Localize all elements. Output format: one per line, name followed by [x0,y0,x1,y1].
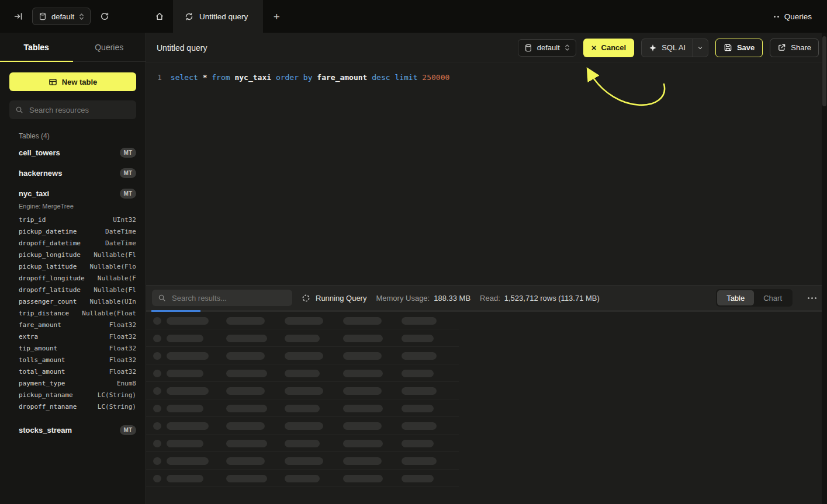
sql-console-app: default Untitled query + Queries Tables [0,0,827,504]
skeleton-bar [167,352,209,360]
skeleton-bar [285,405,320,412]
database-selector[interactable]: default [32,8,91,25]
engine-label: Engine: MergeTree [19,203,136,210]
view-toggle-table[interactable]: Table [717,290,754,305]
skeleton-bar [153,335,161,342]
column-name: trip_id [19,214,46,226]
skeleton-bar [153,352,161,360]
column-type: Float32 [109,354,136,366]
skeleton-bar [226,335,267,342]
column-type: LC(String) [98,401,136,413]
new-table-button[interactable]: New table [9,72,136,91]
save-button[interactable]: Save [715,39,763,57]
skeleton-bar [167,370,203,377]
sql-editor[interactable]: 1 select * from nyc_taxi order by fare_a… [146,63,827,285]
home-tab-button[interactable] [146,0,173,33]
tables-section-label: Tables (4) [19,132,136,140]
column-row: trip_idUInt32 [19,214,136,226]
scrollbar[interactable] [822,33,827,504]
search-resources-input[interactable] [28,105,130,115]
cancel-query-button[interactable]: × Cancel [583,39,634,57]
queries-label: Queries [784,12,812,21]
skeleton-row [146,470,459,487]
sidebar-table-cell_towers[interactable]: cell_towersMT [0,142,146,163]
column-row: tip_amountFloat32 [19,343,136,354]
skeleton-bar [167,387,209,395]
column-name: tolls_amount [19,354,65,366]
skeleton-bar [226,387,265,395]
column-type: DateTime [105,238,136,249]
query-database-selector[interactable]: default [518,39,576,57]
column-type: Float32 [109,319,136,331]
view-toggle-chart[interactable]: Chart [754,290,791,305]
column-row: pickup_datetimeDateTime [19,226,136,238]
query-status: Running Query [302,294,366,303]
skeleton-bar [402,387,437,395]
sidebar-tab-queries[interactable]: Queries [73,33,146,61]
skeleton-bar [285,422,323,430]
sidebar-tab-tables[interactable]: Tables [0,33,73,61]
column-name: total_amount [19,366,65,378]
results-overflow-menu-button[interactable] [805,294,819,303]
chevron-updown-icon [79,13,84,20]
skeleton-table [146,312,827,504]
skeleton-bar [167,405,203,412]
engine-badge: MT [120,189,136,199]
sparkle-icon [649,44,657,52]
column-name: pickup_ntaname [19,390,73,401]
search-results-input[interactable] [171,293,286,303]
skeleton-bar [226,440,267,447]
query-database-value: default [537,43,560,52]
skeleton-row [146,312,459,329]
column-name: payment_type [19,378,65,390]
column-name: fare_amount [19,319,61,331]
sidebar-table-stocks_stream[interactable]: stocks_streamMT [0,420,146,440]
query-token: desc [372,73,390,82]
column-name: pickup_longitude [19,249,81,261]
scrollbar-thumb[interactable] [822,36,826,106]
column-row: passenger_countNullable(UIn [19,296,136,308]
skeleton-bar [153,387,161,395]
sidebar-tabs: Tables Queries [0,33,146,62]
cancel-label: Cancel [601,43,627,52]
engine-badge: MT [120,148,136,158]
column-name: passenger_count [19,296,77,308]
table-name: hackernews [19,169,62,178]
skeleton-bar [167,475,203,482]
query-header: Untitled query default × Cancel SQL AI [146,33,827,63]
column-type: Float32 [109,343,136,354]
column-name: pickup_datetime [19,226,77,238]
skeleton-bar [285,440,320,447]
sql-ai-button[interactable]: SQL AI [642,39,693,57]
queries-menu-button[interactable]: Queries [774,0,827,33]
column-row: pickup_latitudeNullable(Flo [19,261,136,273]
query-token [198,73,203,82]
skeleton-bar [167,422,209,430]
collapse-sidebar-icon [13,12,23,21]
column-row: dropoff_longitudeNullable(F [19,273,136,284]
share-label: Share [791,43,811,52]
refresh-button[interactable] [98,10,111,23]
new-tab-button[interactable]: + [263,0,290,33]
sidebar-table-nyc_taxi[interactable]: nyc_taxiMT [0,183,146,204]
column-name: dropoff_longitude [19,273,85,284]
query-running-sync-icon [185,12,193,21]
collapse-sidebar-button[interactable] [12,10,25,23]
tab-untitled-query[interactable]: Untitled query [173,0,263,33]
column-row: payment_typeEnum8 [19,378,136,390]
query-code: select * from nyc_taxi order by fare_amo… [171,72,450,285]
skeleton-bar [285,457,323,465]
share-button[interactable]: Share [770,39,819,57]
column-type: Nullable(Fl [94,284,136,296]
sidebar: Tables Queries New table Tables (4) cell… [0,33,146,504]
sql-ai-dropdown-button[interactable] [693,39,708,57]
column-row: dropoff_datetimeDateTime [19,238,136,249]
tables-list: cell_towersMThackernewsMTnyc_taxiMTEngin… [0,142,146,504]
skeleton-bar [343,387,382,395]
column-type: Enum8 [117,378,136,390]
skeleton-bar [226,457,265,465]
chevron-updown-icon [565,44,570,51]
sidebar-table-hackernews[interactable]: hackernewsMT [0,163,146,183]
skeleton-bar [402,475,434,482]
skeleton-bar [402,422,437,430]
